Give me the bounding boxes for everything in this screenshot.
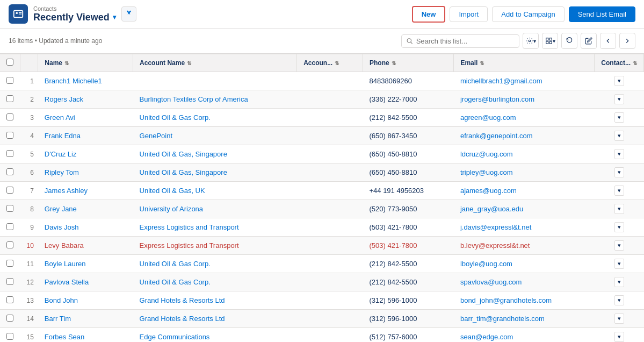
account-link[interactable]: United Oil & Gas, Singapore xyxy=(140,150,227,158)
contact-name-cell[interactable]: D'Cruz Liz xyxy=(38,145,133,163)
contact-name-cell[interactable]: Davis Josh xyxy=(38,218,133,237)
row-checkbox-cell[interactable] xyxy=(0,291,20,310)
email-link[interactable]: ajames@uog.com xyxy=(460,187,517,195)
row-checkbox-cell[interactable] xyxy=(0,163,20,182)
add-to-campaign-button[interactable]: Add to Campaign xyxy=(492,6,564,22)
contact-name-cell[interactable]: Grey Jane xyxy=(38,200,133,218)
email-link[interactable]: agreen@uog.com xyxy=(460,113,516,122)
row-checkbox[interactable] xyxy=(6,241,13,248)
header-account2[interactable]: Accoun... ⇅ xyxy=(297,54,363,72)
email-cell[interactable]: j.davis@expressl&t.net xyxy=(454,218,595,237)
contact-name-cell[interactable]: Frank Edna xyxy=(38,127,133,145)
contact-name-link[interactable]: Levy Babara xyxy=(45,241,84,250)
row-action-button[interactable]: ▾ xyxy=(614,222,624,232)
contact-name-link[interactable]: Branch1 Michelle1 xyxy=(45,77,102,85)
row-action-cell[interactable]: ▾ xyxy=(595,237,644,255)
row-action-button[interactable]: ▾ xyxy=(614,167,624,177)
row-action-cell[interactable]: ▾ xyxy=(595,90,644,109)
contact-name-link[interactable]: D'Cruz Liz xyxy=(45,150,77,158)
email-link[interactable]: lboyle@uog.com xyxy=(460,260,512,268)
contact-name-link[interactable]: Boyle Lauren xyxy=(45,260,86,268)
row-action-cell[interactable]: ▾ xyxy=(595,273,644,291)
contact-name-link[interactable]: Green Avi xyxy=(45,113,75,122)
account-link[interactable]: Express Logistics and Transport xyxy=(140,241,239,250)
email-cell[interactable]: spavlova@uog.com xyxy=(454,273,595,291)
row-checkbox[interactable] xyxy=(6,315,13,322)
account-link[interactable]: United Oil & Gas Corp. xyxy=(140,278,211,286)
contact-name-link[interactable]: Forbes Sean xyxy=(45,333,84,341)
email-link[interactable]: jane_gray@uoa.edu xyxy=(460,205,523,213)
account-link[interactable]: Grand Hotels & Resorts Ltd xyxy=(140,315,225,323)
account-link[interactable]: United Oil & Gas Corp. xyxy=(140,260,211,268)
account-name-cell[interactable]: Grand Hotels & Resorts Ltd xyxy=(133,310,297,328)
row-action-button[interactable]: ▾ xyxy=(614,314,624,324)
account-link[interactable]: GenePoint xyxy=(140,132,172,140)
email-link[interactable]: spavlova@uog.com xyxy=(460,278,522,286)
email-cell[interactable]: michellbrach1@gmail.com xyxy=(454,72,595,90)
row-action-cell[interactable]: ▾ xyxy=(595,255,644,273)
contact-name-cell[interactable]: Boyle Lauren xyxy=(38,255,133,273)
row-action-cell[interactable]: ▾ xyxy=(595,218,644,237)
contact-name-link[interactable]: Rogers Jack xyxy=(45,95,83,103)
search-box[interactable] xyxy=(401,34,519,48)
contact-name-link[interactable]: Davis Josh xyxy=(45,223,79,231)
contact-name-link[interactable]: Frank Edna xyxy=(45,132,81,140)
account-name-cell[interactable]: Edge Communications xyxy=(133,328,297,343)
email-link[interactable]: ldcruz@uog.com xyxy=(460,150,513,158)
row-action-button[interactable]: ▾ xyxy=(614,204,624,214)
row-checkbox-cell[interactable] xyxy=(0,200,20,218)
account-name-cell[interactable]: United Oil & Gas, Singapore xyxy=(133,145,297,163)
header-name[interactable]: Name ⇅ xyxy=(38,54,133,72)
contact-name-link[interactable]: Pavlova Stella xyxy=(45,278,89,286)
row-action-button[interactable]: ▾ xyxy=(614,186,624,196)
email-link[interactable]: tripley@uog.com xyxy=(460,168,513,176)
header-phone[interactable]: Phone ⇅ xyxy=(363,54,453,72)
header-contact[interactable]: Contact... ⇅ xyxy=(595,54,644,72)
title-dropdown-icon[interactable]: ▾ xyxy=(113,13,116,21)
email-link[interactable]: j.davis@expressl&t.net xyxy=(460,223,531,231)
account-name-cell[interactable]: Express Logistics and Transport xyxy=(133,237,297,255)
row-action-cell[interactable]: ▾ xyxy=(595,127,644,145)
account-name-cell[interactable]: GenePoint xyxy=(133,127,297,145)
row-action-button[interactable]: ▾ xyxy=(614,277,624,287)
email-cell[interactable]: ajames@uog.com xyxy=(454,182,595,200)
row-checkbox-cell[interactable] xyxy=(0,109,20,127)
contact-name-link[interactable]: Ripley Tom xyxy=(45,168,79,176)
header-checkbox-cell[interactable] xyxy=(0,54,20,72)
row-action-cell[interactable]: ▾ xyxy=(595,145,644,163)
contact-name-cell[interactable]: Branch1 Michelle1 xyxy=(38,72,133,90)
row-checkbox[interactable] xyxy=(6,95,13,102)
new-button[interactable]: New xyxy=(412,6,446,23)
row-checkbox[interactable] xyxy=(6,278,13,285)
contact-name-cell[interactable]: Levy Babara xyxy=(38,237,133,255)
account-link[interactable]: Grand Hotels & Resorts Ltd xyxy=(140,296,225,304)
row-checkbox[interactable] xyxy=(6,150,13,157)
row-checkbox[interactable] xyxy=(6,260,13,267)
email-cell[interactable]: agreen@uog.com xyxy=(454,109,595,127)
contact-name-cell[interactable]: Bond John xyxy=(38,291,133,310)
email-cell[interactable]: efrank@genepoint.com xyxy=(454,127,595,145)
forward-button[interactable] xyxy=(619,33,635,49)
contact-name-cell[interactable]: Ripley Tom xyxy=(38,163,133,182)
row-action-cell[interactable]: ▾ xyxy=(595,109,644,127)
row-action-cell[interactable]: ▾ xyxy=(595,163,644,182)
header-email[interactable]: Email ⇅ xyxy=(454,54,595,72)
email-cell[interactable]: lboyle@uog.com xyxy=(454,255,595,273)
row-checkbox-cell[interactable] xyxy=(0,127,20,145)
account-name-cell[interactable] xyxy=(133,72,297,90)
email-link[interactable]: b.levy@expressl&t.net xyxy=(460,241,530,250)
row-action-button[interactable]: ▾ xyxy=(614,240,624,251)
account-link[interactable]: United Oil & Gas, Singapore xyxy=(140,168,227,176)
email-cell[interactable]: jrogers@burlington.com xyxy=(454,90,595,109)
email-link[interactable]: jrogers@burlington.com xyxy=(460,95,534,103)
row-action-button[interactable]: ▾ xyxy=(614,76,624,86)
account-link[interactable]: United Oil & Gas, UK xyxy=(140,187,205,195)
row-action-cell[interactable]: ▾ xyxy=(595,200,644,218)
grid-view-button[interactable]: ▾ xyxy=(542,33,558,49)
row-checkbox[interactable] xyxy=(6,77,13,84)
email-link[interactable]: sean@edge.com xyxy=(460,333,513,341)
row-action-cell[interactable]: ▾ xyxy=(595,328,644,343)
email-cell[interactable]: jane_gray@uoa.edu xyxy=(454,200,595,218)
account-name-cell[interactable]: United Oil & Gas, Singapore xyxy=(133,163,297,182)
row-checkbox-cell[interactable] xyxy=(0,328,20,343)
